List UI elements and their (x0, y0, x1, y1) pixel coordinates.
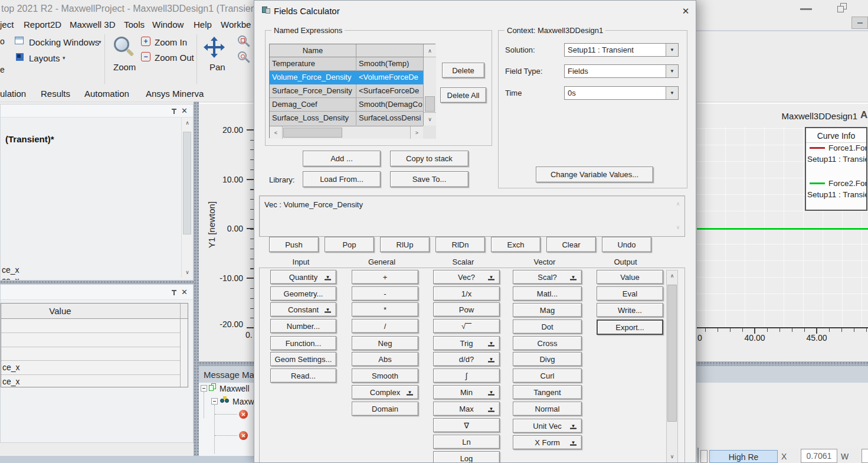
expr-value-cell[interactable]: Smooth(Temp) (356, 57, 423, 71)
undo-button[interactable]: Undo (602, 237, 651, 252)
table-row-label[interactable]: ce_x (2, 363, 20, 372)
close-icon[interactable]: ✕ (678, 5, 693, 17)
legend-entry-name[interactable]: Force1.For (828, 144, 867, 152)
close-icon[interactable]: ✕ (181, 106, 188, 115)
smooth-button[interactable]: Smooth (352, 369, 418, 383)
divide-button[interactable]: / (352, 319, 418, 333)
expr-value-cell[interactable]: <SurfaceForceDe (356, 84, 423, 98)
panel-titlebar[interactable] (1, 105, 193, 118)
menu-help[interactable]: Help (194, 19, 212, 30)
menu-tools[interactable]: Tools (124, 19, 145, 30)
restore-icon[interactable] (837, 3, 849, 14)
minus-button[interactable]: - (352, 286, 418, 301)
expr-name-cell[interactable]: Surface_Force_Density (270, 84, 356, 98)
xform-button[interactable]: X Form▼ (513, 435, 582, 449)
project-item[interactable]: ce_x (2, 265, 19, 275)
integral-button[interactable]: ∫ (433, 369, 500, 383)
min-button[interactable]: Min▼ (433, 385, 500, 399)
scal-question-button[interactable]: Scal?▼ (513, 270, 582, 284)
tab-ansys-minerva[interactable]: Ansys Minerva (146, 89, 204, 99)
stack-display[interactable]: Vec : Volume_Force_Density ∧ ∨ (259, 195, 685, 237)
dialog-titlebar[interactable]: Fields Calculator ✕ (254, 1, 696, 21)
coord-value-field[interactable] (862, 449, 868, 463)
expr-value-cell[interactable]: Smooth(DemagCo (356, 98, 423, 112)
scrollbar-horizontal[interactable]: < > (270, 126, 423, 139)
table-row-label[interactable]: ce_x (2, 377, 20, 386)
constant-button[interactable]: Constant▼ (270, 302, 336, 317)
save-to-button[interactable]: Save To... (390, 171, 469, 187)
scroll-left-icon[interactable]: < (270, 126, 283, 139)
zoom-in-button[interactable]: Zoom In (155, 37, 187, 47)
domain-button[interactable]: Domain (352, 402, 418, 416)
geom-settings-button[interactable]: Geom Settings... (270, 352, 336, 366)
panel-titlebar[interactable] (1, 285, 193, 300)
scrollbar-thumb[interactable] (183, 132, 191, 234)
nabla-button[interactable]: ∇ (433, 418, 500, 432)
copy-to-stack-button[interactable]: Copy to stack (390, 151, 469, 167)
split-dropdown-icon[interactable]: ▼ (488, 356, 494, 363)
scroll-down-icon[interactable]: ∨ (182, 268, 193, 276)
quantity-button[interactable]: Quantity▼ (270, 270, 336, 284)
legend-entry-name[interactable]: Force2.For (828, 179, 867, 188)
scroll-down-icon[interactable]: ∨ (674, 223, 682, 231)
time-dropdown[interactable]: 0s ▼ (564, 86, 679, 100)
scrollbar-thumb[interactable] (425, 96, 435, 112)
max-button[interactable]: Max▼ (433, 402, 500, 416)
pop-button[interactable]: Pop (325, 237, 374, 252)
menu-workbench-fragment[interactable]: Workbe (221, 19, 251, 30)
expr-name-cell[interactable]: Temperature (270, 57, 356, 71)
series-force2-line[interactable] (697, 228, 868, 230)
abs-button[interactable]: Abs (352, 352, 418, 366)
delete-button[interactable]: Delete (442, 63, 484, 78)
menu-report2d[interactable]: Report2D (24, 19, 61, 30)
cross-button[interactable]: Cross (513, 336, 582, 350)
scroll-right-icon[interactable]: > (410, 126, 423, 139)
load-from-button[interactable]: Load From... (303, 171, 381, 187)
write-button[interactable]: Write... (597, 303, 663, 317)
pin-icon[interactable] (171, 107, 178, 115)
clear-button[interactable]: Clear (546, 237, 596, 252)
menu-window[interactable]: Window (152, 19, 184, 30)
normal-button[interactable]: Normal (513, 402, 582, 416)
scrollbar-vertical[interactable]: ∧ ∨ (666, 270, 678, 463)
field-type-dropdown[interactable]: Fields ▼ (564, 64, 679, 78)
plus-button[interactable]: + (352, 270, 418, 284)
trig-button[interactable]: Trig▼ (433, 336, 500, 350)
reciprocal-button[interactable]: 1/x (433, 286, 500, 301)
value-button[interactable]: Value (597, 270, 663, 284)
chevron-down-icon[interactable]: ▼ (666, 65, 678, 77)
change-variable-values-button[interactable]: Change Variable Values... (536, 167, 653, 182)
split-dropdown-icon[interactable]: ▼ (407, 389, 413, 396)
layouts-button[interactable]: Layouts (29, 53, 60, 63)
scrollbar-vertical[interactable]: ∧ ∨ (423, 44, 436, 126)
add-button[interactable]: Add ... (303, 151, 381, 167)
stack-entry[interactable]: Vec : Volume_Force_Density (264, 200, 666, 209)
tab-automation[interactable]: Automation (84, 89, 129, 99)
read-button[interactable]: Read... (270, 369, 336, 383)
split-dropdown-icon[interactable]: ▼ (488, 389, 494, 396)
coord-value-field[interactable]: 0.7061 (801, 449, 837, 463)
tree-expand-icon[interactable] (201, 385, 207, 392)
scroll-down-icon[interactable]: ∨ (667, 451, 677, 462)
neg-button[interactable]: Neg (352, 336, 418, 350)
expr-value-cell-selected[interactable]: <VolumeForceDe (356, 71, 423, 84)
vec-question-button[interactable]: Vec?▼ (433, 270, 500, 284)
delete-all-button[interactable]: Delete All (440, 87, 486, 103)
scrollbar-thumb[interactable] (283, 128, 342, 138)
dot-button[interactable]: Dot (513, 319, 582, 334)
number-button[interactable]: Number... (270, 319, 336, 333)
scrollbar-vertical[interactable]: ∧ ∨ (181, 118, 192, 278)
ln-button[interactable]: Ln (433, 435, 500, 449)
expr-name-cell[interactable]: Demag_Coef (270, 98, 356, 112)
matl-button[interactable]: Matl... (513, 286, 582, 301)
tree-node-label[interactable]: Maxwell (220, 384, 254, 393)
collapse-ribbon-button[interactable] (851, 17, 868, 29)
menu-project-fragment[interactable]: ject (0, 19, 14, 30)
docking-windows-button[interactable]: Docking Windows (29, 37, 99, 47)
push-button[interactable]: Push (269, 237, 319, 252)
tab-simulation-fragment[interactable]: ulation (0, 89, 26, 99)
error-icon[interactable]: ✕ (239, 410, 248, 419)
scroll-down-icon[interactable]: ∨ (424, 112, 436, 125)
solution-dropdown[interactable]: Setup11 : Transient ▼ (564, 43, 679, 57)
scroll-up-icon[interactable]: ∧ (674, 200, 682, 208)
